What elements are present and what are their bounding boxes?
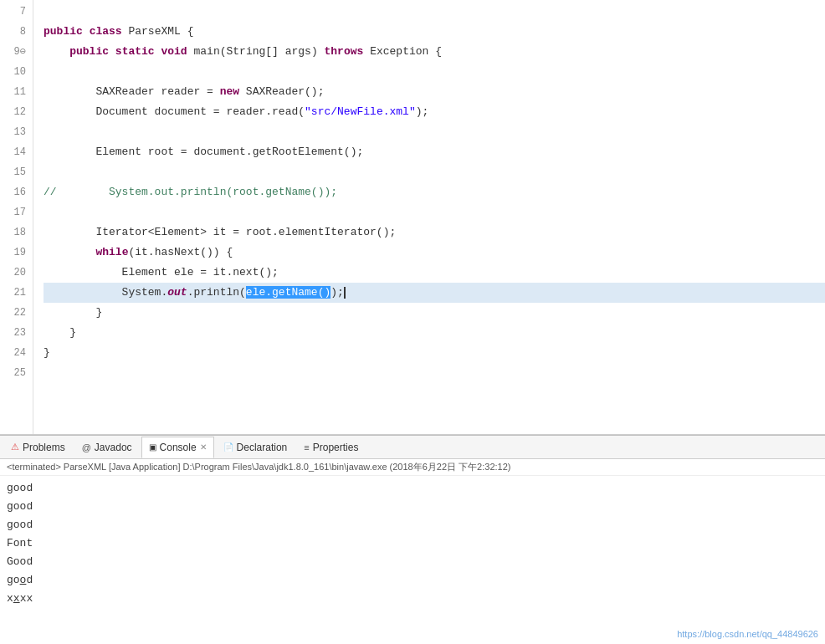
editor-scrollbar[interactable] xyxy=(0,434,825,435)
output-line-5: Good xyxy=(7,553,818,571)
declaration-icon: 📄 xyxy=(223,442,233,452)
javadoc-icon: @ xyxy=(82,442,91,452)
code-line-12: Document document = reader.read("src/New… xyxy=(44,102,825,122)
tab-console-label: Console xyxy=(160,442,197,453)
output-line-7: xxxx xyxy=(7,590,818,608)
code-line-21: System.out.println(ele.getName()); xyxy=(44,283,825,303)
code-line-24: } xyxy=(44,343,825,363)
code-line-20: Element ele = it.next(); xyxy=(44,263,825,283)
code-line-17 xyxy=(44,202,825,222)
problems-icon: ⚠ xyxy=(11,442,19,452)
output-line-2: good xyxy=(7,498,818,516)
console-icon: ▣ xyxy=(149,442,156,452)
code-line-13 xyxy=(44,122,825,142)
tab-declaration-label: Declaration xyxy=(237,442,288,453)
properties-icon: ≡ xyxy=(304,442,309,452)
console-close-btn[interactable]: ✕ xyxy=(200,442,207,452)
tab-javadoc[interactable]: @ Javadoc xyxy=(74,437,140,458)
code-line-9: public static void main(String[] args) t… xyxy=(44,42,825,62)
code-line-15 xyxy=(44,162,825,182)
watermark: https://blog.csdn.net/qq_44849626 xyxy=(677,629,818,639)
code-line-11: SAXReader reader = new SAXReader(); xyxy=(44,82,825,102)
output-line-4: Font xyxy=(7,534,818,553)
code-line-22: } xyxy=(44,303,825,323)
code-line-7 xyxy=(44,2,825,22)
tab-declaration[interactable]: 📄 Declaration xyxy=(216,437,295,458)
bottom-panel: ⚠ Problems @ Javadoc ▣ Console ✕ 📄 Decla… xyxy=(0,435,825,634)
code-line-25 xyxy=(44,363,825,383)
code-line-10 xyxy=(44,62,825,82)
output-line-3: good xyxy=(7,516,818,534)
tab-bar: ⚠ Problems @ Javadoc ▣ Console ✕ 📄 Decla… xyxy=(0,436,825,459)
line-numbers: 7 8 9⊖ 10 11 12 13 14 15 16 17 18 19 20 … xyxy=(0,0,33,434)
tab-javadoc-label: Javadoc xyxy=(95,442,132,453)
tab-properties[interactable]: ≡ Properties xyxy=(296,437,366,458)
code-line-18: Iterator<Element> it = root.elementItera… xyxy=(44,222,825,243)
code-line-23: } xyxy=(44,323,825,343)
tab-problems[interactable]: ⚠ Problems xyxy=(3,437,73,458)
code-line-14: Element root = document.getRootElement()… xyxy=(44,142,825,162)
output-line-1: good xyxy=(7,479,818,498)
code-line-19: while(it.hasNext()) { xyxy=(44,243,825,263)
code-line-8: public class ParseXML { xyxy=(44,22,825,42)
editor-area: 7 8 9⊖ 10 11 12 13 14 15 16 17 18 19 20 … xyxy=(0,0,825,435)
output-line-6: good xyxy=(7,571,818,590)
console-output[interactable]: good good good Font Good good xxxx xyxy=(0,476,825,634)
code-content[interactable]: public class ParseXML { public static vo… xyxy=(33,0,825,434)
tab-console[interactable]: ▣ Console ✕ xyxy=(141,437,214,458)
terminated-text: <terminated> ParseXML [Java Application]… xyxy=(7,462,510,472)
terminated-bar: <terminated> ParseXML [Java Application]… xyxy=(0,459,825,476)
tab-problems-label: Problems xyxy=(23,442,65,453)
tab-properties-label: Properties xyxy=(313,442,359,453)
code-line-16: // System.out.println(root.getName()); xyxy=(44,182,825,202)
